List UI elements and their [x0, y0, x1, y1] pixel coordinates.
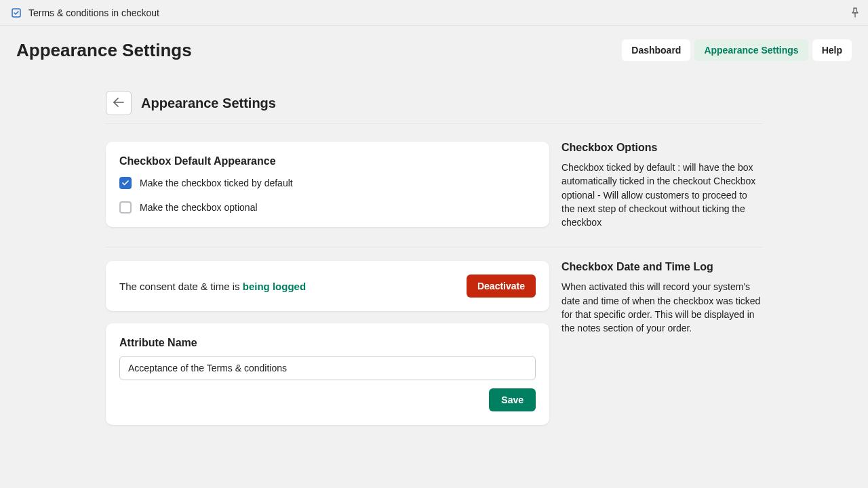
consent-log-card: The consent date & time is being logged …: [106, 261, 549, 311]
checkbox-ticked-default[interactable]: [119, 177, 132, 189]
app-icon: [11, 7, 22, 18]
side-title: Checkbox Options: [561, 142, 762, 154]
tab-dashboard[interactable]: Dashboard: [622, 39, 690, 61]
attribute-name-label: Attribute Name: [119, 337, 536, 349]
attribute-name-input[interactable]: [119, 356, 536, 380]
deactivate-button[interactable]: Deactivate: [467, 274, 536, 298]
checkbox-default-card: Checkbox Default Appearance Make the che…: [106, 142, 549, 227]
topbar-title: Terms & conditions in checkout: [28, 7, 159, 18]
sub-title: Appearance Settings: [141, 96, 276, 111]
side-text-log: When activated this will record your sys…: [561, 280, 762, 335]
card-title: Checkbox Default Appearance: [119, 155, 536, 167]
checkbox-optional-label: Make the checkbox optional: [140, 202, 258, 213]
attribute-name-card: Attribute Name Save: [106, 323, 549, 425]
consent-log-prefix: The consent date & time is: [119, 281, 243, 292]
checkbox-optional[interactable]: [119, 201, 132, 214]
tab-appearance-settings[interactable]: Appearance Settings: [694, 39, 808, 61]
tab-help[interactable]: Help: [812, 39, 852, 61]
save-button[interactable]: Save: [489, 388, 536, 411]
sidebar-date-time-log: Checkbox Date and Time Log When activate…: [561, 261, 762, 335]
side-title-log: Checkbox Date and Time Log: [561, 261, 762, 273]
header-tabs: Dashboard Appearance Settings Help: [622, 39, 852, 61]
pin-icon[interactable]: [850, 7, 860, 18]
sidebar-checkbox-options: Checkbox Options Checkbox ticked by defa…: [561, 142, 762, 229]
consent-log-status: being logged: [243, 281, 306, 292]
back-button[interactable]: [106, 91, 132, 115]
page-title: Appearance Settings: [16, 40, 192, 61]
checkbox-ticked-default-label: Make the checkbox ticked by default: [140, 178, 293, 188]
arrow-left-icon: [113, 98, 124, 109]
side-text: Checkbox ticked by default : will have t…: [561, 161, 762, 229]
